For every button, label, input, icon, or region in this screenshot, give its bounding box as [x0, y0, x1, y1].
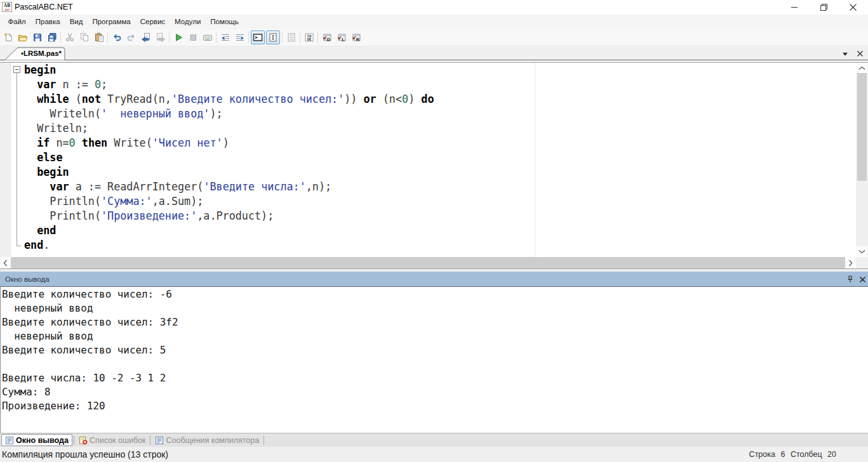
document-tab-label[interactable]: •LRSM.pas*	[21, 48, 65, 60]
code-line: var n := 0;	[24, 77, 434, 92]
keyboard-button[interactable]	[200, 30, 215, 45]
restore-button[interactable]	[814, 0, 833, 14]
status-bar: Компиляция прошла успешно (13 строк) Стр…	[0, 447, 868, 462]
menu-edit[interactable]: Правка	[30, 15, 65, 29]
menu-modules[interactable]: Модули	[170, 15, 206, 29]
dock-d-button[interactable]: D	[319, 30, 334, 45]
copy-icon	[79, 32, 90, 43]
redo-button[interactable]	[124, 30, 138, 45]
editor-toggle-icon	[268, 32, 278, 43]
status-column-value: 20	[827, 450, 836, 459]
output-line: Введите количество чисел: 3f2	[2, 315, 178, 329]
menu-program[interactable]: Программа	[88, 15, 135, 29]
copy-button[interactable]	[77, 30, 91, 45]
undo-icon	[112, 32, 122, 43]
tab-close-icon[interactable]	[855, 49, 865, 58]
save-all-button[interactable]	[44, 30, 59, 45]
scroll-right-icon[interactable]	[845, 257, 856, 268]
close-button[interactable]	[843, 0, 862, 14]
scroll-left-icon[interactable]	[0, 257, 11, 268]
toolbar-separator	[282, 32, 283, 43]
task-list-button[interactable]	[284, 30, 298, 45]
horizontal-scroll-thumb[interactable]	[11, 257, 845, 268]
save-icon	[32, 32, 43, 43]
paste-button[interactable]	[91, 30, 106, 45]
bottom-tab-label: Список ошибок	[90, 436, 146, 445]
indent-button[interactable]	[232, 30, 247, 45]
window-title: PascalABC.NET	[15, 0, 73, 15]
task-list-icon	[286, 32, 297, 43]
bottom-tab-label: Окно вывода	[16, 436, 69, 445]
bottom-tab-label: Сообщения компилятора	[166, 436, 259, 445]
output-line: Введите числа: 10 -2 -3 1 2	[2, 371, 178, 385]
open-button[interactable]	[15, 30, 30, 45]
code-lines: begin var n := 0; while (not TryRead(n,'…	[24, 63, 434, 253]
toolbar-separator	[216, 32, 217, 43]
vertical-scroll-thumb[interactable]	[857, 73, 867, 181]
toolbar-separator	[107, 32, 108, 43]
paste-icon	[94, 32, 104, 43]
dock-r-button[interactable]: R	[349, 30, 363, 45]
scroll-down-icon[interactable]	[856, 246, 868, 257]
run-icon	[173, 32, 184, 43]
menu-service[interactable]: Сервис	[135, 15, 170, 29]
nav-forward-button[interactable]	[153, 30, 168, 45]
toolbar-separator	[248, 32, 249, 43]
status-line-value: 6	[780, 450, 785, 459]
outdent-button[interactable]	[218, 30, 232, 45]
scroll-up-icon[interactable]	[856, 63, 868, 74]
redo-icon	[126, 32, 137, 43]
bottom-tab-errors[interactable]: Список ошибок	[76, 433, 149, 447]
minimize-button[interactable]	[785, 0, 804, 14]
toolbar-separator	[60, 32, 61, 43]
output-line: Сумма: 8	[2, 385, 178, 399]
minimize-icon	[791, 3, 798, 11]
console-toggle-icon	[253, 32, 263, 43]
tab-list-dropdown-icon[interactable]	[841, 50, 850, 58]
fold-collapse-icon[interactable]	[13, 66, 20, 73]
save-all-icon	[47, 32, 57, 43]
nav-back-icon	[141, 32, 151, 43]
indent-icon	[235, 32, 245, 43]
menu-bar: ФайлПравкаВидПрограммаСервисМодулиПомощь	[0, 15, 868, 29]
run-button[interactable]	[171, 30, 185, 45]
output-close-icon[interactable]	[858, 275, 867, 284]
bottom-tab-output[interactable]: Окно вывода	[1, 434, 72, 446]
bottom-tab-bar: Окно выводаСписок ошибокСообщения компил…	[0, 433, 868, 447]
editor-gutter	[0, 63, 11, 257]
bottom-tab-separator	[264, 436, 264, 445]
bottom-tab-compiler[interactable]: Сообщения компилятора	[152, 433, 262, 447]
undo-button[interactable]	[109, 30, 124, 45]
code-line: var a := ReadArrInteger('Введите числа:'…	[24, 180, 434, 194]
nav-back-button[interactable]	[138, 30, 153, 45]
stop-icon	[188, 32, 198, 43]
dock-l-button[interactable]: L	[334, 30, 349, 45]
console-toggle-button[interactable]	[251, 30, 265, 44]
code-template-button[interactable]: CODE	[302, 30, 316, 45]
menu-file[interactable]: Файл	[3, 15, 30, 29]
scrollbar-corner	[856, 257, 868, 268]
output-line: неверный ввод	[2, 329, 178, 343]
menu-view[interactable]: Вид	[65, 15, 88, 29]
output-window[interactable]: Введите количество чисел: -6 неверный вв…	[0, 287, 868, 433]
editor-horizontal-scrollbar[interactable]	[0, 257, 856, 268]
save-button[interactable]	[30, 30, 44, 45]
editor-vertical-scrollbar[interactable]	[856, 63, 868, 257]
stop-button[interactable]	[185, 30, 200, 45]
pin-icon[interactable]	[846, 275, 855, 284]
compiler-tab-icon	[155, 436, 164, 445]
code-template-icon: CODE	[304, 32, 314, 43]
code-line: Println('Сумма:',a.Sum);	[24, 194, 434, 209]
output-line: Введите количество чисел: 5	[2, 343, 178, 357]
svg-text:L: L	[342, 37, 345, 43]
dock-d-icon: D	[322, 32, 332, 43]
toolbar-separator	[317, 32, 318, 43]
status-message: Компиляция прошла успешно (13 строк)	[2, 447, 168, 462]
title-bar: AB .net PascalABC.NET	[0, 0, 868, 15]
cut-button[interactable]	[62, 30, 77, 45]
new-file-button[interactable]	[1, 30, 15, 45]
keyboard-icon	[203, 32, 213, 43]
menu-help[interactable]: Помощь	[206, 15, 243, 29]
editor-toggle-button[interactable]	[266, 30, 280, 44]
dock-r-icon: R	[351, 32, 361, 43]
